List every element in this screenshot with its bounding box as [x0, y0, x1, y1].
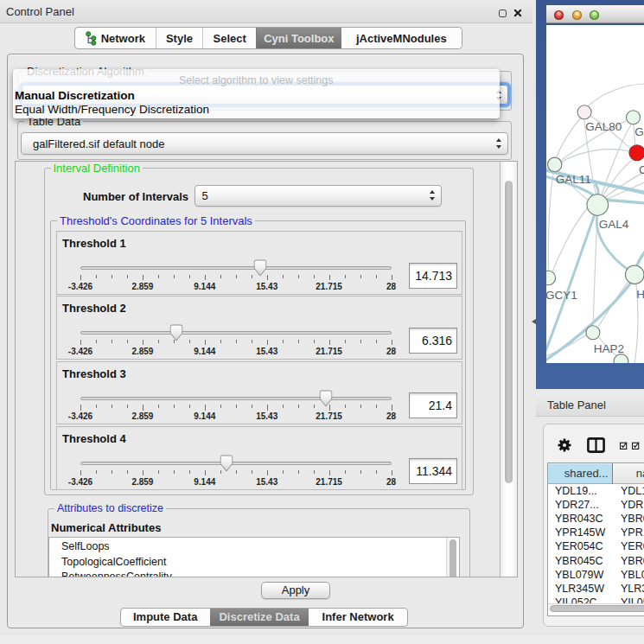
attribute-list-item[interactable]: TopologicalCoefficient	[61, 556, 166, 568]
table-data-group: Table Data galFiltered.sif default node	[17, 121, 512, 160]
network-node[interactable]	[626, 110, 640, 124]
threshold-value-field[interactable]: 14.713	[409, 263, 458, 289]
tab-jactivemnodules[interactable]: jActiveMNodules	[341, 28, 462, 48]
threshold-slider-thumb[interactable]	[319, 390, 332, 407]
threshold-slider-thumb[interactable]	[253, 259, 266, 277]
dropdown-item-manual-discretization[interactable]: Manual Discretization	[15, 89, 135, 102]
window-close-icon[interactable]	[554, 10, 564, 20]
slider-tick-label: 28	[386, 347, 396, 356]
slider-tick-label: 9.144	[194, 347, 215, 356]
threshold-value-field[interactable]: 21.4	[409, 392, 458, 418]
tab-network[interactable]: Network	[75, 28, 156, 48]
tab-infer-network[interactable]: Infer Network	[309, 609, 407, 627]
network-node[interactable]	[546, 271, 556, 285]
threshold-slider-track[interactable]	[80, 462, 392, 465]
network-node[interactable]	[577, 105, 591, 118]
gear-icon[interactable]	[558, 438, 571, 452]
list-scrollbar[interactable]	[446, 538, 459, 578]
table-row[interactable]: YBL079WYBL07	[548, 568, 644, 582]
table-horizontal-scrollbar-thumb[interactable]	[550, 605, 644, 612]
network-node[interactable]	[547, 157, 561, 171]
threshold-label: Threshold 4	[62, 432, 126, 445]
network-edge[interactable]	[587, 84, 644, 106]
threshold-slider-track[interactable]	[80, 266, 392, 270]
network-edge[interactable]	[562, 149, 629, 161]
network-node-label: GA	[634, 124, 644, 137]
tab-style[interactable]: Style	[156, 28, 203, 48]
cell-name: YPR14	[621, 526, 644, 539]
slider-tick-label: 9.144	[194, 411, 215, 421]
slider-tick	[205, 405, 206, 411]
app-bottom-strip	[0, 634, 644, 644]
slider-tick	[267, 340, 268, 346]
table-row[interactable]: YBR045CYBR04	[548, 554, 644, 568]
apply-button[interactable]: Apply	[261, 582, 330, 599]
column-header-name[interactable]: na	[613, 463, 644, 485]
network-node[interactable]	[585, 325, 599, 339]
threshold-slider-thumb[interactable]	[220, 455, 233, 472]
threshold-label: Threshold 2	[62, 302, 126, 315]
pane-scrollbar[interactable]	[500, 162, 517, 577]
interval-definition-group-title: Interval Definition	[51, 162, 143, 175]
dropdown-prompt-item[interactable]: Select algorithm to view settings	[13, 74, 500, 86]
network-edge-highlighted[interactable]	[606, 200, 644, 203]
slider-tick-label: 2.859	[131, 282, 153, 291]
tab-select[interactable]: Select	[202, 28, 256, 48]
network-node-label: HAP2	[593, 341, 623, 354]
node-attribute-table[interactable]: shared... na YDL19...YDL19YDR27...YDR27Y…	[547, 462, 644, 616]
slider-tick	[376, 340, 377, 343]
dropdown-item-equal-width[interactable]: Equal Width/Frequency Discretization	[15, 103, 209, 116]
network-edge[interactable]	[593, 215, 597, 325]
threshold-slider-track[interactable]	[80, 397, 392, 400]
network-node[interactable]	[587, 194, 609, 215]
table-horizontal-scrollbar[interactable]	[548, 603, 644, 612]
window-minimize-icon[interactable]	[572, 10, 582, 20]
slider-tick	[360, 275, 361, 278]
float-window-icon[interactable]	[499, 10, 507, 17]
network-edge[interactable]	[548, 171, 553, 271]
cell-shared-name: YBL079W	[555, 569, 603, 581]
slider-tick	[314, 275, 315, 278]
attribute-list-item[interactable]: SelfLoops	[61, 540, 110, 552]
network-edge[interactable]	[552, 208, 588, 271]
tab-impute-data[interactable]: Impute Data	[121, 609, 210, 627]
table-row[interactable]: YPR145WYPR14	[548, 526, 644, 539]
slider-tick	[189, 405, 190, 408]
window-zoom-icon[interactable]	[590, 10, 599, 20]
pane-scrollbar-thumb[interactable]	[505, 181, 513, 483]
network-canvas[interactable]: GAL80GACGAL11GAL4GCY1HHAP2	[546, 25, 644, 364]
column-header-shared-name[interactable]: shared...	[548, 463, 613, 485]
tab-cyni-toolbox[interactable]: Cyni Toolbox	[256, 28, 341, 48]
close-icon[interactable]	[513, 8, 523, 18]
checkbox-checked-icon[interactable]	[632, 442, 640, 450]
threshold-slider-track[interactable]	[80, 331, 392, 335]
slider-tick	[112, 470, 112, 474]
table-row[interactable]: YDR27...YDR27	[548, 498, 644, 512]
combobox-stepper-icon	[429, 189, 437, 201]
threshold-slider-thumb[interactable]	[170, 324, 183, 341]
table-row[interactable]: YLR345WYLR34	[548, 582, 644, 596]
threshold-value-field[interactable]: 11.344	[409, 458, 458, 484]
slider-tick	[80, 470, 81, 476]
slider-tick	[236, 405, 237, 408]
number-of-intervals-combobox[interactable]: 5	[194, 185, 443, 207]
list-scrollbar-thumb[interactable]	[450, 539, 456, 578]
network-window-titlebar[interactable]	[546, 5, 644, 23]
table-row[interactable]: YBR043CYBR04	[548, 512, 644, 526]
column-layout-icon[interactable]	[587, 437, 605, 453]
table-data-combobox[interactable]: galFiltered.sif default node	[21, 132, 508, 155]
table-row[interactable]: YER054CYER05	[548, 539, 644, 553]
checkbox-checked-icon[interactable]	[620, 442, 628, 450]
numerical-attributes-list[interactable]: SelfLoopsTopologicalCoefficientBetweenne…	[48, 537, 460, 578]
network-node[interactable]	[625, 265, 644, 284]
tab-discretize-data[interactable]: Discretize Data	[210, 609, 309, 627]
network-edge[interactable]	[556, 118, 581, 158]
slider-tick-label: 28	[386, 282, 396, 291]
network-node[interactable]	[628, 144, 644, 160]
panel-collapse-arrow-icon[interactable]	[532, 319, 536, 324]
slider-tick	[283, 340, 284, 343]
attribute-list-item[interactable]: BetweennessCentrality	[61, 571, 172, 577]
threshold-value-field[interactable]: 6.316	[409, 328, 458, 354]
table-row[interactable]: YDL19...YDL19	[548, 484, 644, 498]
slider-tick	[314, 405, 315, 408]
